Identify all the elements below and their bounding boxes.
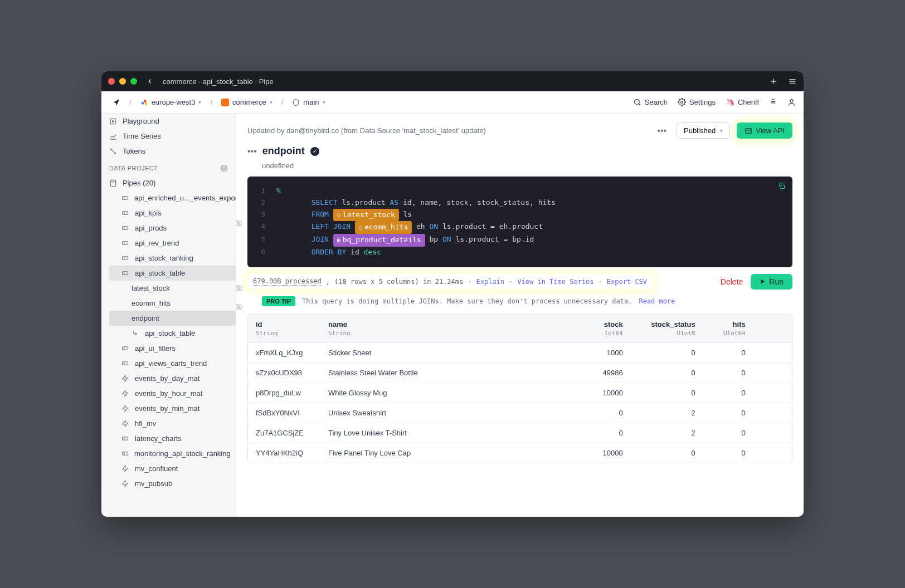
home-icon[interactable] xyxy=(109,96,124,109)
svg-point-20 xyxy=(110,180,115,182)
add-tab-icon[interactable] xyxy=(769,77,778,86)
sidebar-pipe-api-rev-trend[interactable]: api_rev_trend xyxy=(109,236,236,251)
table-row[interactable]: fSdBxY0NxVIUnisex Sweatshirt020 xyxy=(248,403,792,423)
delete-button[interactable]: Delete xyxy=(721,277,743,286)
results-table: idStringnameStringstockInt64stock_status… xyxy=(247,314,792,463)
column-header-hits[interactable]: hitsUInt64 xyxy=(703,315,753,343)
export-csv-link[interactable]: Export CSV xyxy=(607,278,647,286)
endpoint-badge-icon: ✓ xyxy=(310,147,319,156)
view-api-button[interactable]: View API xyxy=(737,122,792,139)
svg-rect-43 xyxy=(123,452,128,455)
node-chip[interactable]: ○latest_stock xyxy=(333,209,399,222)
sidebar-pipe-api-kpis[interactable]: api_kpis xyxy=(109,205,236,220)
sidebar-node-endpoint[interactable]: endpoint xyxy=(109,311,236,326)
svg-marker-13 xyxy=(113,120,114,122)
search-button[interactable]: Search xyxy=(633,98,668,106)
workspace-selector[interactable]: commerce ▾ xyxy=(218,96,276,109)
copy-code-button[interactable] xyxy=(778,182,786,190)
hidden-node-icon[interactable] xyxy=(236,219,243,228)
sidebar-pipe-mv-pubsub[interactable]: mv_pubsub xyxy=(109,476,236,491)
profile-icon[interactable] xyxy=(787,98,796,106)
read-more-link[interactable]: Read more xyxy=(639,297,675,305)
explain-link[interactable]: Explain xyxy=(476,278,504,286)
pipe-icon xyxy=(121,345,129,352)
svg-marker-56 xyxy=(761,280,765,283)
svg-marker-39 xyxy=(123,405,128,411)
sidebar-pipe-monitoring-api-stock-ranking[interactable]: monitoring_api_stock_ranking xyxy=(109,446,236,461)
table-row[interactable]: Zu7A1GCSjZETiny Love Unisex T-Shirt020 xyxy=(248,423,792,443)
add-project-item[interactable] xyxy=(220,164,228,172)
pipe-icon xyxy=(121,435,129,442)
sidebar-section-header: DATA PROJECT xyxy=(101,159,236,175)
svg-rect-23 xyxy=(123,212,128,214)
pro-tip: PRO TIP This query is doing multiple JOI… xyxy=(236,294,804,314)
workspace-icon xyxy=(221,99,229,106)
bolt-icon xyxy=(121,390,129,397)
sidebar-node-ecomm-hits[interactable]: ecomm_hits xyxy=(109,296,236,311)
sidebar-pipe-events-by-hour-mat[interactable]: events_by_hour_mat xyxy=(109,386,236,401)
column-header-stock[interactable]: stockInt64 xyxy=(581,315,631,343)
pipe-icon xyxy=(121,360,129,367)
datasource-chip[interactable]: ⊞bq_product_details xyxy=(333,234,425,247)
query-stats: 679.00B processed, (18 rows x 5 columns)… xyxy=(247,274,653,289)
more-options-button[interactable]: ••• xyxy=(654,124,670,138)
node-description: undefined xyxy=(236,161,804,177)
view-timeseries-link[interactable]: View in Time Series xyxy=(517,278,593,286)
play-icon xyxy=(760,278,766,285)
settings-button[interactable]: Settings xyxy=(678,98,716,106)
code-line: 3 FROM ○latest_stock ls xyxy=(256,209,784,222)
code-line: 6 ORDER BY id desc xyxy=(256,247,784,258)
maximize-window[interactable] xyxy=(130,78,137,85)
sidebar-pipe-api-views-carts-trend[interactable]: api_views_carts_trend xyxy=(109,356,236,371)
sidebar-node-latest-stock[interactable]: latest_stock xyxy=(109,281,236,296)
sidebar-pipe-api-prods[interactable]: api_prods xyxy=(109,220,236,236)
code-line: 5 JOIN ⊞bq_product_details bp ON ls.prod… xyxy=(256,234,784,247)
table-row[interactable]: xFmXLq_KJxgSticker Sheet100000 xyxy=(248,342,792,362)
arrow-icon xyxy=(132,330,139,337)
svg-line-16 xyxy=(112,150,115,153)
table-row[interactable]: YY4YaHKh2iQFive Panel Tiny Love Cap10000… xyxy=(248,443,792,463)
svg-marker-37 xyxy=(123,375,128,381)
minimize-window[interactable] xyxy=(119,78,126,85)
publish-status-button[interactable]: Published ▾ xyxy=(677,122,730,139)
sidebar-pipe-api-stock-table[interactable]: api_stock_table xyxy=(109,266,236,281)
svg-rect-33 xyxy=(123,347,128,350)
hidden-node-icon[interactable] xyxy=(236,302,243,311)
pipe-icon xyxy=(121,194,129,202)
table-row[interactable]: sZzx0cUDX98Stainless Steel Water Bottle4… xyxy=(248,362,792,383)
code-line: 2 SELECT ls.product AS id, name, stock, … xyxy=(256,197,784,209)
column-header-id[interactable]: idString xyxy=(248,315,320,343)
node-menu-button[interactable]: ••• xyxy=(247,146,257,156)
sidebar-pipe-events-by-day-mat[interactable]: events_by_day_mat xyxy=(109,371,236,386)
svg-marker-46 xyxy=(123,481,128,487)
back-button[interactable] xyxy=(146,77,154,85)
close-window[interactable] xyxy=(108,78,115,85)
sidebar-item-tokens[interactable]: Tokens xyxy=(101,144,236,159)
run-button[interactable]: Run xyxy=(751,274,792,290)
notifications-icon[interactable] xyxy=(769,98,777,106)
branch-selector[interactable]: main ▾ xyxy=(289,96,328,109)
sidebar-pipe-api-stock-ranking[interactable]: api_stock_ranking xyxy=(109,251,236,266)
node-title: endpoint xyxy=(262,145,305,157)
column-header-name[interactable]: nameString xyxy=(320,315,581,343)
node-chip[interactable]: ○ecomm_hits xyxy=(355,221,412,234)
sidebar-pipe-hfi-mv[interactable]: hfi_mv xyxy=(109,416,236,431)
sidebar-pipe-api-ui-filters[interactable]: api_ui_filters xyxy=(109,341,236,356)
hidden-node-icon[interactable] xyxy=(236,283,243,292)
user-menu[interactable]: 🦄 Cheriff xyxy=(726,98,759,106)
sidebar-item-time-series[interactable]: Time Series xyxy=(101,129,236,144)
sidebar-node-api-stock-table[interactable]: api_stock_table xyxy=(109,326,236,341)
token-icon xyxy=(109,148,117,155)
sidebar-pipe-api-enriched-u-events-export[interactable]: api_enriched_u..._events_export xyxy=(109,190,236,205)
region-selector[interactable]: europe-west3 ▾ xyxy=(137,96,205,109)
sidebar-pipe-latency-charts[interactable]: latency_charts xyxy=(109,431,236,446)
column-header-stock_status[interactable]: stock_statusUInt8 xyxy=(631,315,703,343)
sidebar-pipe-mv-confluent[interactable]: mv_confluent xyxy=(109,461,236,476)
table-row[interactable]: p8Drpg_duLwWhite Glossy Mug1000000 xyxy=(248,383,792,403)
menu-icon[interactable] xyxy=(788,77,797,86)
svg-marker-45 xyxy=(123,465,128,472)
sidebar-pipe-events-by-min-mat[interactable]: events_by_min_mat xyxy=(109,401,236,416)
sidebar-pipes-group[interactable]: Pipes (20) xyxy=(101,175,236,190)
sidebar-item-playground[interactable]: Playground xyxy=(101,114,236,129)
sql-editor[interactable]: 1%2 SELECT ls.product AS id, name, stock… xyxy=(247,177,792,267)
